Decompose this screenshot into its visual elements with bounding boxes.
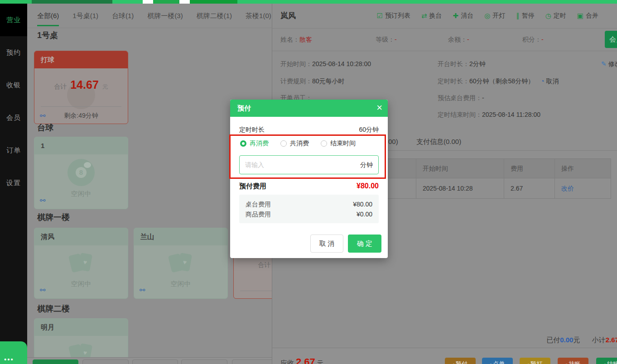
unlink-icon[interactable]: ⚯ [40, 196, 46, 205]
radio-dot-icon [321, 140, 327, 147]
total-amount: 14.67 [68, 78, 101, 91]
detail-timer-duration: 定时时长：60分钟（剩余58分钟） ◔取消 [438, 77, 559, 86]
tab-teahouse[interactable]: 茶楼1(0) [246, 4, 271, 28]
top-strip-segment [32, 0, 112, 4]
unlink-icon[interactable]: ⚯ [140, 286, 145, 294]
modify-link[interactable]: ✎修改 [601, 60, 617, 68]
tab-pay-info[interactable]: 支付信息(0.00) [416, 138, 461, 146]
radio-endtime[interactable]: 结束时间 [321, 139, 356, 148]
merge-icon: ▣ [577, 12, 583, 20]
floor-action-button[interactable] [232, 359, 278, 364]
merge-button[interactable]: ▣ 合并 [577, 12, 598, 20]
section-title: 台球 [37, 122, 53, 133]
goods-fee-row: 商品费用 ¥0.00 [246, 209, 372, 219]
member-points: 积分：- [522, 28, 544, 51]
cell-fee: 2.67 [504, 178, 554, 198]
table-card-lanshan[interactable]: 兰山 ♥ 空闲中 ⚯ [134, 228, 228, 299]
floor-action-button[interactable] [132, 359, 178, 364]
sidebar-item-orders[interactable]: 订单 [0, 134, 27, 167]
tab-cards-floor2[interactable]: 棋牌二楼(1) [197, 4, 232, 28]
fee-breakdown-box: 桌台费用 ¥80.00 商品费用 ¥0.00 [239, 195, 379, 223]
floor-action-button[interactable] [181, 359, 227, 364]
top-strip-segment [143, 0, 153, 4]
modal-title: 预付 [237, 100, 251, 117]
edit-icon: ✎ [601, 60, 608, 67]
floor-action-button[interactable] [82, 359, 129, 364]
floor-action-button-primary[interactable] [33, 359, 78, 364]
sidebar-more-button[interactable]: ••• [0, 341, 27, 364]
table-card-mingyue[interactable]: 明月 ♥ [34, 318, 128, 357]
billiard-ghost-icon: 8 [67, 159, 95, 186]
prepay-button[interactable]: ▪预付 [445, 358, 476, 364]
sidebar: 营业 预约 收银 会员 订单 设置 ••• [0, 4, 27, 364]
reservation-list-icon: ☑ [377, 12, 383, 20]
paid-amount: 0.00 [560, 336, 573, 344]
detail-billing-rule: 计费规则：80元每小时 [280, 77, 345, 86]
minutes-input[interactable] [240, 156, 378, 174]
status-idle: 空闲中 [34, 190, 128, 198]
divider [41, 106, 121, 107]
swap-table-button[interactable]: ⇄ 换台 [421, 12, 442, 20]
table-fee-row: 桌台费用 ¥80.00 [246, 199, 372, 209]
top-strip-segment [0, 0, 32, 4]
table-card-daqiu[interactable]: 打球 合计 14.67 元 ⚯ 剩余:49分钟 [34, 51, 128, 124]
reservation-list-button[interactable]: ☑ 预订列表 [377, 12, 410, 20]
top-strip-segment [179, 0, 190, 4]
header-start-time: 开始时间 [416, 159, 504, 178]
table-group-tabs: 全部(6) 1号桌(1) 台球(1) 棋牌一楼(3) 棋牌二楼(1) 茶楼1(0… [27, 4, 272, 28]
more-dots-icon: ••• [4, 355, 14, 363]
unlink-icon[interactable]: ⚯ [40, 286, 46, 294]
confirm-button[interactable]: 确 定 [348, 235, 381, 253]
minutes-input-wrap: 分钟 [239, 155, 379, 174]
table-card-name: 明月 [34, 319, 128, 336]
prepay-amount: ¥80.00 [357, 182, 379, 191]
lightbulb-icon: ◎ [484, 12, 490, 20]
radio-reconsume[interactable]: 再消费 [240, 139, 269, 148]
table-card-name: 1 [34, 137, 128, 154]
cards-ghost-icon: ♥ [67, 342, 96, 357]
tab-table-1[interactable]: 1号桌(1) [72, 4, 98, 28]
change-price-link[interactable]: 改价 [554, 178, 611, 198]
table-card-1[interactable]: 1 8 空闲中 ⚯ [34, 137, 128, 209]
sidebar-item-reservation[interactable]: 预约 [0, 36, 27, 69]
checkout-button[interactable]: ▪结账 [596, 358, 617, 364]
light-on-button[interactable]: ◎ 开灯 [484, 12, 505, 20]
prepay-mode-radios: 再消费 共消费 结束时间 [240, 139, 356, 148]
preprint-button[interactable]: ▪预打 [520, 358, 550, 364]
cards-ghost-icon: ♥ [166, 252, 195, 278]
member-level: 等级：- [376, 28, 397, 51]
credit-button[interactable]: ▪挂账 [558, 358, 588, 364]
total-unit: 元 [102, 83, 108, 90]
floor-action-bar [27, 357, 272, 364]
member-button[interactable]: 会员 [605, 31, 617, 48]
panel-bottom-bar: 应收2.67元 ▪预付 ▪点单 ▪预打 ▪挂账 ▪结账 [272, 348, 617, 364]
tab-cards-floor1[interactable]: 棋牌一楼(3) [147, 4, 183, 28]
sidebar-item-cashier[interactable]: 收银 [0, 69, 27, 101]
member-info-row: 姓名：散客 等级：- 余额：- 积分：- 会员 [272, 28, 617, 51]
paid-subtotal-summary: 已付0.00元 小计2.67 [546, 336, 617, 345]
top-strip-segment [112, 0, 143, 4]
timer-button[interactable]: ◷ 定时 [545, 12, 566, 20]
section-title: 1号桌 [37, 30, 58, 41]
tab-all[interactable]: 全部(6) [37, 4, 59, 28]
pause-button[interactable]: ∥ 暂停 [516, 12, 535, 20]
clear-table-button[interactable]: ✚ 清台 [453, 12, 474, 20]
table-card-qingfeng[interactable]: 清风 ♥ 空闲中 ⚯ [34, 228, 128, 299]
timer-duration-row: 定时时长 60分钟 [239, 126, 379, 134]
tab-billiards[interactable]: 台球(1) [112, 4, 134, 28]
sidebar-item-member[interactable]: 会员 [0, 101, 27, 134]
sidebar-item-settings[interactable]: 设置 [0, 167, 27, 199]
cancel-button[interactable]: 取 消 [310, 235, 343, 253]
panel-toolbar: ☑ 预订列表 ⇄ 换台 ✚ 清台 ◎ 开灯 ∥ 暂停 ◷ 定时 [377, 4, 598, 28]
top-strip-segment [153, 0, 179, 4]
cards-ghost-icon: ♥ [67, 252, 96, 278]
radio-coconsume[interactable]: 共消费 [280, 139, 309, 148]
detail-timer-end: 定时结束时间：2025-08-14 11:28:00 [438, 111, 540, 119]
consume-tab-fragment[interactable]: 00) [388, 138, 398, 145]
sidebar-item-business[interactable]: 营业 [0, 4, 27, 36]
cancel-timer-link[interactable]: 取消 [546, 77, 559, 85]
alarm-cancel-icon[interactable]: ◔ [536, 77, 546, 85]
order-button[interactable]: ▪点单 [482, 358, 513, 364]
close-icon[interactable]: × [376, 100, 382, 116]
header-fee: 费用 [504, 159, 554, 178]
